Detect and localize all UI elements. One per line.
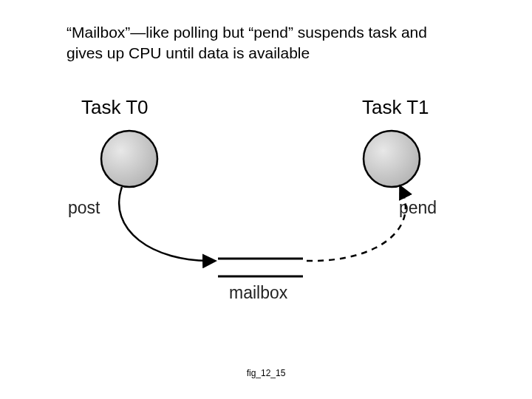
figure-id-label: fig_12_15 <box>0 368 532 378</box>
task1-node <box>364 131 420 187</box>
caption-text: “Mailbox”—like polling but “pend” suspen… <box>66 22 466 64</box>
post-arrow <box>119 187 214 261</box>
diagram-svg <box>81 96 451 318</box>
task0-node <box>101 131 157 187</box>
mailbox-diagram: Task T0 Task T1 post pend mailbox <box>81 96 451 347</box>
pend-arrow <box>307 187 406 261</box>
